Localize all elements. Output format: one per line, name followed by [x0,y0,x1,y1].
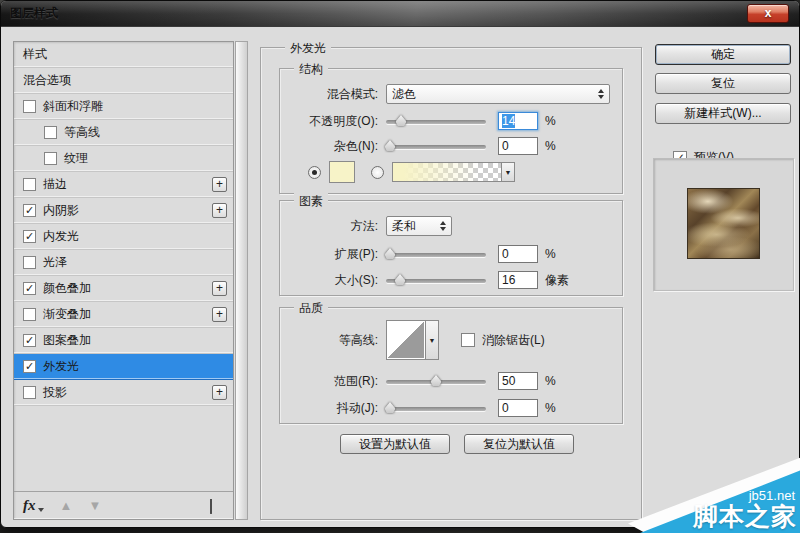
stroke-checkbox[interactable] [23,178,36,191]
sidebar-item-contour[interactable]: 等高线 [14,120,233,146]
ok-button[interactable]: 确定 [655,44,791,65]
move-down-icon[interactable]: ▼ [88,498,101,513]
inner-shadow-add-button[interactable]: + [212,203,227,218]
stroke-add-button[interactable]: + [212,177,227,192]
blend-mode-value: 滤色 [392,86,416,103]
jitter-slider-thumb[interactable] [385,402,396,413]
opacity-slider-thumb[interactable] [396,115,407,126]
watermark: jb51.net 脚本之家 [628,453,800,533]
range-input[interactable]: 50 [498,372,538,390]
quality-group: 品质 等高线: ▼ 消除锯齿(L) 范围(R): 50 % [279,307,623,424]
jitter-row: 抖动(J): 0 % [290,397,614,419]
glow-color-swatch[interactable] [329,161,355,183]
range-row: 范围(R): 50 % [290,370,614,392]
inner-shadow-checkbox[interactable]: ✓ [23,204,36,217]
gradient-overlay-add-button[interactable]: + [212,307,227,322]
sidebar-item-pattern-overlay[interactable]: ✓图案叠加 [14,328,233,354]
elements-group-label: 图素 [294,193,328,210]
noise-row: 杂色(N): 0 % [290,135,614,157]
glow-gradient-bar[interactable] [392,162,502,182]
reset-default-button[interactable]: 复位为默认值 [464,434,574,454]
contour-dropdown-arrow-icon[interactable]: ▼ [426,320,439,360]
sidebar-item-drop-shadow[interactable]: 投影+ [14,380,233,406]
blend-mode-dropdown[interactable]: 滤色 [386,84,610,104]
drop-shadow-checkbox[interactable] [23,386,36,399]
sidebar-item-texture[interactable]: 纹理 [14,146,233,172]
trash-icon[interactable] [210,499,224,513]
stepper-icon [593,89,604,99]
titlebar[interactable]: 图层样式 x [1,1,799,27]
reset-button[interactable]: 复位 [655,73,791,94]
pattern-overlay-checkbox[interactable]: ✓ [23,334,36,347]
range-slider[interactable] [386,374,486,388]
noise-slider-thumb[interactable] [385,140,396,151]
contour-picker[interactable] [386,320,426,360]
outer-glow-checkbox[interactable]: ✓ [23,360,36,373]
window-title: 图层样式 [10,5,58,22]
sidebar-item-blending-options[interactable]: 混合选项 [14,68,233,94]
contour-row: 等高线: ▼ 消除锯齿(L) [290,318,614,362]
panel-title: 外发光 [285,40,331,57]
size-slider[interactable] [386,273,486,287]
sidebar-item-inner-glow[interactable]: ✓内发光 [14,224,233,250]
sidebar-item-color-overlay[interactable]: ✓颜色叠加+ [14,276,233,302]
size-input[interactable]: 16 [498,271,538,289]
technique-dropdown[interactable]: 柔和 [386,216,452,236]
antialias-label: 消除锯齿(L) [482,332,545,349]
preview-thumbnail [687,188,760,259]
noise-slider[interactable] [386,139,486,153]
sidebar-item-stroke[interactable]: 描边+ [14,172,233,198]
inner-glow-checkbox[interactable]: ✓ [23,230,36,243]
watermark-site-url: jb51.net [693,489,797,503]
spread-slider-thumb[interactable] [385,248,396,259]
noise-unit: % [545,139,556,153]
color-overlay-checkbox[interactable]: ✓ [23,282,36,295]
size-slider-thumb[interactable] [395,274,406,285]
contour-checkbox[interactable] [44,126,57,139]
technique-value: 柔和 [392,218,416,235]
spread-slider[interactable] [386,247,486,261]
gradient-overlay-checkbox[interactable] [23,308,36,321]
solid-color-radio[interactable] [308,166,321,179]
sidebar-item-bevel-emboss[interactable]: 斜面和浮雕 [14,94,233,120]
sidebar-item-label: 颜色叠加 [43,280,212,297]
sidebar-item-styles[interactable]: 样式 [14,42,233,68]
jitter-slider[interactable] [386,401,486,415]
range-unit: % [545,374,556,388]
close-button[interactable]: x [747,4,789,23]
move-up-icon[interactable]: ▲ [60,498,73,513]
satin-checkbox[interactable] [23,256,36,269]
drop-shadow-add-button[interactable]: + [212,385,227,400]
sidebar-item-gradient-overlay[interactable]: 渐变叠加+ [14,302,233,328]
noise-input[interactable]: 0 [498,137,538,155]
range-slider-thumb[interactable] [431,375,442,386]
bevel-emboss-checkbox[interactable] [23,100,36,113]
spread-input[interactable]: 0 [498,245,538,263]
new-style-button[interactable]: 新建样式(W)... [655,103,791,124]
color-overlay-add-button[interactable]: + [212,281,227,296]
technique-label: 方法: [290,218,378,235]
sidebar-item-outer-glow[interactable]: ✓外发光 [14,354,233,380]
make-default-button[interactable]: 设置为默认值 [340,434,450,454]
sidebar-item-label: 内发光 [43,228,233,245]
sidebar-item-label: 等高线 [64,124,233,141]
default-buttons-row: 设置为默认值 复位为默认值 [340,434,574,454]
spread-row: 扩展(P): 0 % [290,243,614,265]
sidebar-item-satin[interactable]: 光泽 [14,250,233,276]
antialias-checkbox[interactable] [461,333,475,347]
gradient-radio[interactable] [371,166,384,179]
opacity-slider[interactable] [386,114,486,128]
sidebar-item-label: 外发光 [43,358,233,375]
sidebar-item-inner-shadow[interactable]: ✓内阴影+ [14,198,233,224]
dialog-content: 样式混合选项斜面和浮雕等高线纹理描边+✓内阴影+✓内发光光泽✓颜色叠加+渐变叠加… [1,27,799,527]
sidebar-scrollbar[interactable] [235,41,248,520]
sidebar-item-label: 样式 [23,46,233,63]
opacity-unit: % [545,114,556,128]
fx-menu-button[interactable]: fx [23,497,36,514]
opacity-input[interactable]: 14 [498,112,538,130]
texture-checkbox[interactable] [44,152,57,165]
jitter-label: 抖动(J): [290,400,378,417]
gradient-dropdown-arrow-icon[interactable]: ▼ [502,162,515,182]
jitter-input[interactable]: 0 [498,399,538,417]
sidebar-item-label: 渐变叠加 [43,306,212,323]
